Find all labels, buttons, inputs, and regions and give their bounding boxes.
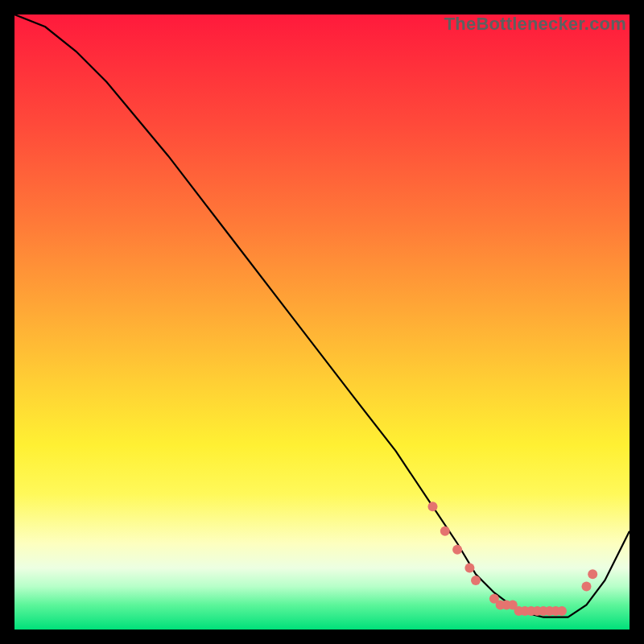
chart-frame: TheBottlenecker.com (14, 14, 630, 630)
curve-marker (464, 564, 474, 573)
curve-marker (588, 569, 597, 579)
curve-marker (471, 576, 481, 585)
watermark-text: TheBottlenecker.com (444, 14, 626, 35)
curve-markers (428, 502, 598, 616)
curve-marker (452, 545, 462, 555)
curve-marker (557, 606, 567, 616)
curve-marker (428, 502, 438, 511)
curve-marker (440, 526, 450, 536)
chart-svg (14, 14, 630, 630)
curve-marker (582, 582, 592, 592)
bottleneck-curve (14, 14, 630, 617)
